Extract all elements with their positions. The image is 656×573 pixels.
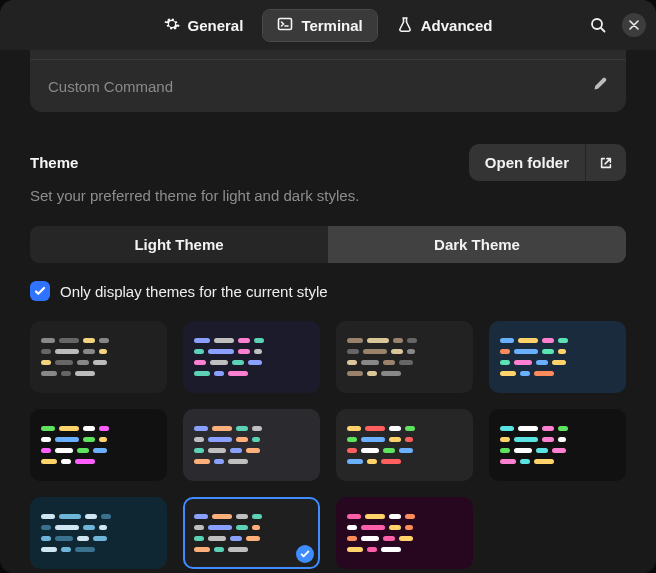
section-subtitle: Set your preferred theme for light and d… (30, 187, 626, 204)
edit-icon[interactable] (592, 76, 608, 96)
theme-card[interactable] (183, 497, 320, 569)
header-tabs: General Terminal Advanced (150, 10, 507, 41)
content-area: Custom Command Theme Open folder Set you… (0, 50, 656, 573)
custom-command-row[interactable]: Custom Command (30, 60, 626, 112)
dark-theme-button[interactable]: Dark Theme (328, 226, 626, 263)
section-title: Theme (30, 154, 78, 171)
search-button[interactable] (584, 11, 612, 39)
previous-row-edge (30, 50, 626, 60)
theme-card[interactable] (30, 497, 167, 569)
theme-card[interactable] (489, 409, 626, 481)
theme-card[interactable] (183, 321, 320, 393)
light-theme-button[interactable]: Light Theme (30, 226, 328, 263)
flask-icon (397, 16, 413, 35)
tab-terminal[interactable]: Terminal (263, 10, 376, 41)
selected-check-icon (296, 545, 314, 563)
custom-command-input[interactable]: Custom Command (48, 78, 173, 95)
open-folder-split-button: Open folder (469, 144, 626, 181)
theme-card[interactable] (336, 409, 473, 481)
theme-card[interactable] (336, 321, 473, 393)
filter-label: Only display themes for the current styl… (60, 283, 328, 300)
theme-grid (30, 321, 626, 569)
theme-card[interactable] (489, 321, 626, 393)
tab-label: General (188, 17, 244, 34)
headerbar: General Terminal Advanced (0, 0, 656, 50)
theme-card[interactable] (336, 497, 473, 569)
theme-section-header: Theme Open folder (30, 144, 626, 181)
theme-mode-switcher: Light Theme Dark Theme (30, 226, 626, 263)
tab-general[interactable]: General (150, 10, 258, 41)
theme-card[interactable] (183, 409, 320, 481)
theme-card[interactable] (30, 321, 167, 393)
theme-card[interactable] (30, 409, 167, 481)
filter-checkbox[interactable] (30, 281, 50, 301)
svg-rect-0 (279, 18, 292, 29)
header-right (584, 11, 646, 39)
preferences-window: General Terminal Advanced (0, 0, 656, 573)
tab-label: Terminal (301, 17, 362, 34)
terminal-icon (277, 16, 293, 35)
tab-advanced[interactable]: Advanced (383, 10, 507, 41)
open-folder-external-button[interactable] (586, 146, 626, 180)
close-button[interactable] (622, 13, 646, 37)
filter-row: Only display themes for the current styl… (30, 281, 626, 301)
tab-label: Advanced (421, 17, 493, 34)
gear-icon (164, 16, 180, 35)
open-folder-button[interactable]: Open folder (469, 144, 586, 181)
